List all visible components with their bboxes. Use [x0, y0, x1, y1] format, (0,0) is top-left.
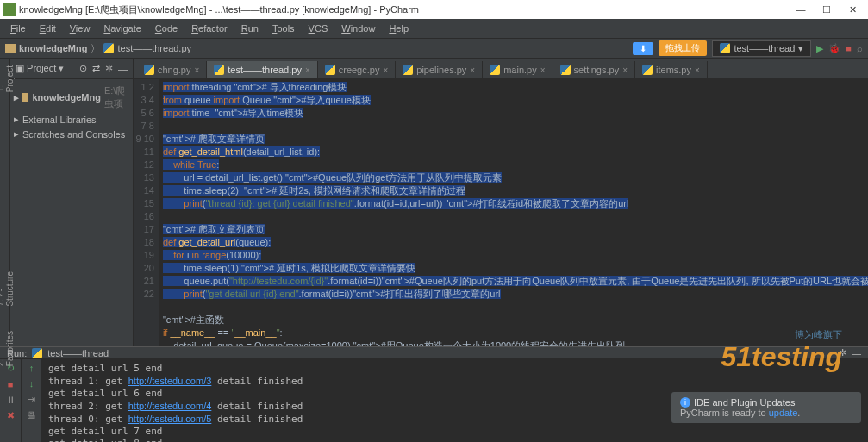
close-icon[interactable]: × [383, 65, 388, 75]
close-icon[interactable]: ✖ [7, 410, 15, 421]
menu-tools[interactable]: Tools [267, 22, 300, 35]
close-icon[interactable]: × [470, 65, 475, 75]
window-title: knowledgeMng [E:\爬虫项目\knowledgeMng] - ..… [19, 3, 789, 16]
tree-item[interactable]: ▸ Scratches and Consoles [10, 127, 133, 141]
code-editor[interactable]: 1 2 3 4 5 6 7 8 9 10 11 12 13 14 15 16 1… [134, 79, 868, 346]
menu-code[interactable]: Code [150, 22, 183, 35]
divide-icon[interactable]: ⇄ [92, 63, 100, 74]
window-titlebar: knowledgeMng [E:\爬虫项目\knowledgeMng] - ..… [0, 0, 868, 19]
stop-button[interactable]: ■ [846, 43, 852, 53]
app-icon [3, 3, 16, 16]
menu-navigate[interactable]: Navigate [98, 22, 146, 35]
stop-button[interactable]: ■ [8, 379, 14, 389]
menu-vcs[interactable]: VCS [303, 22, 334, 35]
search-button[interactable]: ⌕ [857, 43, 863, 53]
gear-icon[interactable]: ✲ [105, 63, 113, 74]
update-notification[interactable]: iIDE and Plugin Updates PyCharm is ready… [671, 392, 861, 423]
line-gutter: 1 2 3 4 5 6 7 8 9 10 11 12 13 14 15 16 1… [134, 79, 159, 346]
tree-item[interactable]: ▸ knowledgeMng E:\爬虫项 [10, 83, 133, 112]
menu-file[interactable]: File [5, 22, 31, 35]
print-icon[interactable]: 🖶 [27, 410, 36, 420]
run-config-selector[interactable]: test——thread ▾ [712, 40, 811, 57]
update-link[interactable]: update [769, 408, 798, 418]
wrap-icon[interactable]: ⇥ [28, 394, 35, 405]
python-icon [103, 43, 114, 53]
close-icon[interactable]: × [695, 65, 700, 75]
close-icon[interactable]: × [622, 65, 628, 75]
menu-help[interactable]: Help [384, 22, 414, 35]
down-icon[interactable]: ↓ [29, 378, 34, 389]
editor-tab[interactable]: main.py× [483, 61, 553, 78]
breadcrumb-project[interactable]: knowledgeMng [19, 43, 87, 53]
gear-icon[interactable]: ✲ [839, 347, 846, 358]
nav-toolbar: knowledgeMng 〉 test——thread.py ⬇ 拖拽上传 te… [0, 38, 868, 59]
chevron-down-icon: ▾ [798, 43, 803, 54]
breadcrumb-file[interactable]: test——thread.py [117, 43, 191, 53]
menubar: FileEditViewNavigateCodeRefactorRunTools… [0, 19, 868, 38]
menu-refactor[interactable]: Refactor [186, 22, 233, 35]
upload-button[interactable]: 拖拽上传 [659, 40, 707, 56]
run-tab-name[interactable]: test——thread [47, 348, 109, 358]
project-tree[interactable]: ▸ knowledgeMng E:\爬虫项▸ External Librarie… [10, 79, 133, 346]
run-button[interactable]: ▶ [816, 43, 823, 54]
info-icon: i [680, 397, 690, 408]
run-config-name: test——thread [734, 43, 795, 53]
pause-icon[interactable]: ⏸ [6, 395, 16, 405]
favorites-tool-tab[interactable]: 2: Favorites [0, 327, 15, 370]
code-content[interactable]: import threading "cmt"># 导入threading模块 f… [159, 79, 868, 346]
hide-icon[interactable]: — [118, 64, 128, 74]
close-icon[interactable]: × [305, 65, 310, 75]
editor-tab[interactable]: items.py× [635, 61, 708, 78]
hide-icon[interactable]: — [852, 348, 861, 358]
debug-button[interactable]: 🐞 [828, 43, 840, 54]
editor-tab[interactable]: creegc.py× [318, 61, 397, 78]
collapse-icon[interactable]: ⊙ [79, 63, 87, 74]
folder-icon [5, 44, 16, 53]
editor-tab[interactable]: chng.py× [137, 61, 207, 78]
breadcrumb-sep: 〉 [91, 42, 100, 55]
menu-window[interactable]: Window [336, 22, 380, 35]
maximize-button[interactable]: ☐ [815, 1, 839, 18]
notification-title: IDE and Plugin Updates [694, 397, 795, 408]
close-icon[interactable]: × [540, 65, 546, 75]
menu-run[interactable]: Run [236, 22, 264, 35]
close-icon[interactable]: × [194, 65, 199, 75]
run-toolbar-right: ↑ ↓ ⇥ 🖶 [21, 359, 41, 442]
python-icon [32, 348, 42, 358]
python-icon [720, 43, 730, 53]
tree-item[interactable]: ▸ External Libraries [10, 112, 133, 127]
editor-tabs: chng.py×test——thread.py×creegc.py×pipeli… [134, 59, 868, 79]
structure-tool-tab[interactable]: 7: Z- Structure [0, 268, 15, 310]
editor-tab[interactable]: settings.py× [553, 61, 635, 78]
download-button[interactable]: ⬇ [633, 42, 653, 55]
run-toolbar-left: ↻ ■ ⏸ ✖ [0, 359, 21, 442]
editor-tab[interactable]: test——thread.py× [207, 61, 317, 78]
menu-edit[interactable]: Edit [34, 22, 61, 35]
left-tool-strip: 1: Project 7: Z- Structure 2: Favorites [0, 59, 10, 346]
up-icon[interactable]: ↑ [29, 363, 34, 373]
menu-view[interactable]: View [65, 22, 96, 35]
project-view-selector[interactable]: ▣ Project ▾ [16, 63, 64, 74]
project-panel: ▣ Project ▾ ⊙ ⇄ ✲ — ▸ knowledgeMng E:\爬虫… [10, 59, 134, 346]
minimize-button[interactable]: — [789, 1, 813, 18]
editor-tab[interactable]: pipelines.py× [396, 61, 483, 78]
close-button[interactable]: ✕ [840, 1, 865, 18]
notification-body: PyCharm is ready to [680, 408, 769, 418]
project-tool-tab[interactable]: 1: Project [0, 62, 15, 96]
